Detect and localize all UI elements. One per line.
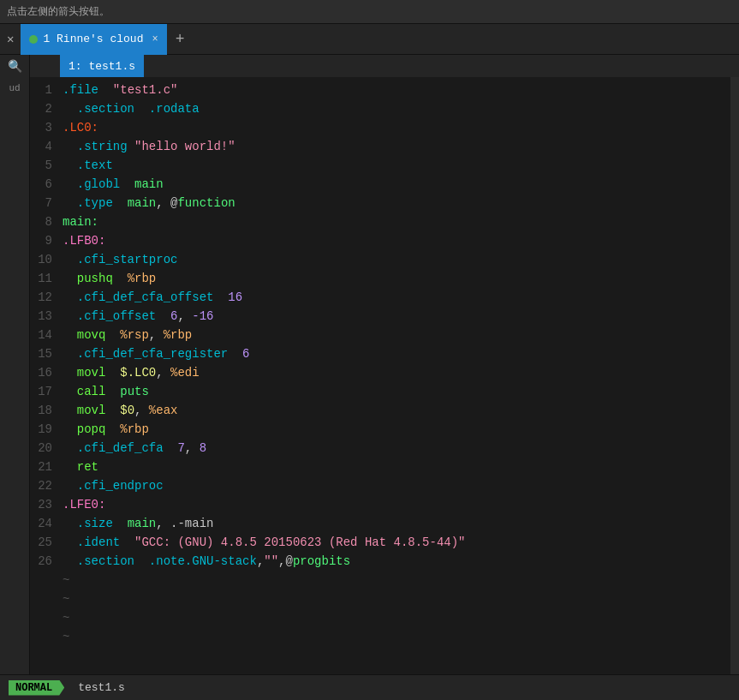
code-line-19: 19 popq %rbp	[30, 420, 730, 439]
code-editor[interactable]: 1 .file "test1.c" 2 .section .rodata 3 .…	[30, 77, 730, 674]
tab-label: 1 Rinne's cloud	[43, 33, 143, 45]
status-filename: test1.s	[78, 681, 125, 694]
code-line-25: 25 .ident "GCC: (GNU) 4.8.5 20150623 (Re…	[30, 533, 730, 552]
code-line-8: 8 main:	[30, 212, 730, 231]
code-line-10: 10 .cfi_startproc	[30, 250, 730, 269]
code-line-6: 6 .globl main	[30, 175, 730, 194]
new-tab-button[interactable]: +	[167, 24, 194, 55]
tab-close-icon[interactable]: ×	[152, 33, 158, 45]
code-line-2: 2 .section .rodata	[30, 99, 730, 118]
tab-bar: ✕ 1 Rinne's cloud × +	[0, 24, 739, 55]
code-line-5: 5 .text	[30, 156, 730, 175]
code-line-18: 18 movl $0, %eax	[30, 401, 730, 420]
vim-mode-indicator: NORMAL	[9, 680, 64, 696]
left-sidebar: ud	[0, 77, 30, 674]
code-line-4: 4 .string "hello world!"	[30, 137, 730, 156]
code-line-11: 11 pushq %rbp	[30, 269, 730, 288]
tab-status-dot	[29, 35, 38, 44]
scrollbar[interactable]	[730, 77, 739, 674]
code-line-22: 22 .cfi_endproc	[30, 476, 730, 495]
tilde-3: ~	[30, 608, 730, 627]
top-bar-text: 点击左侧的箭头按钮。	[7, 4, 110, 19]
code-line-16: 16 movl $.LC0, %edi	[30, 363, 730, 382]
ud-icon: ud	[6, 81, 22, 96]
breadcrumb: 1: test1.s	[60, 55, 144, 77]
editor-area: ud 1 .file "test1.c" 2 .section .rodata …	[0, 77, 739, 674]
tilde-4: ~	[30, 627, 730, 646]
top-bar: 点击左侧的箭头按钮。	[0, 0, 739, 24]
code-line-3: 3 .LC0:	[30, 118, 730, 137]
code-line-15: 15 .cfi_def_cfa_register 6	[30, 344, 730, 363]
tab-rinne-cloud[interactable]: 1 Rinne's cloud ×	[21, 24, 166, 55]
tilde-1: ~	[30, 571, 730, 589]
code-line-9: 9 .LFB0:	[30, 231, 730, 250]
code-line-12: 12 .cfi_def_cfa_offset 16	[30, 288, 730, 307]
code-line-7: 7 .type main, @function	[30, 194, 730, 212]
breadcrumb-text: 1: test1.s	[69, 60, 135, 73]
window-close-button[interactable]: ✕	[0, 24, 21, 54]
code-line-17: 17 call puts	[30, 382, 730, 401]
code-line-13: 13 .cfi_offset 6, -16	[30, 307, 730, 326]
code-line-24: 24 .size main, .-main	[30, 514, 730, 533]
search-icon[interactable]: 🔍	[8, 59, 22, 74]
code-line-20: 20 .cfi_def_cfa 7, 8	[30, 439, 730, 458]
code-line-1: 1 .file "test1.c"	[30, 81, 730, 99]
code-line-21: 21 ret	[30, 458, 730, 476]
status-bar: NORMAL test1.s	[0, 674, 739, 700]
code-line-26: 26 .section .note.GNU-stack,"",@progbits	[30, 552, 730, 571]
code-line-14: 14 movq %rsp, %rbp	[30, 326, 730, 344]
tilde-2: ~	[30, 589, 730, 608]
code-line-23: 23 .LFE0:	[30, 495, 730, 514]
